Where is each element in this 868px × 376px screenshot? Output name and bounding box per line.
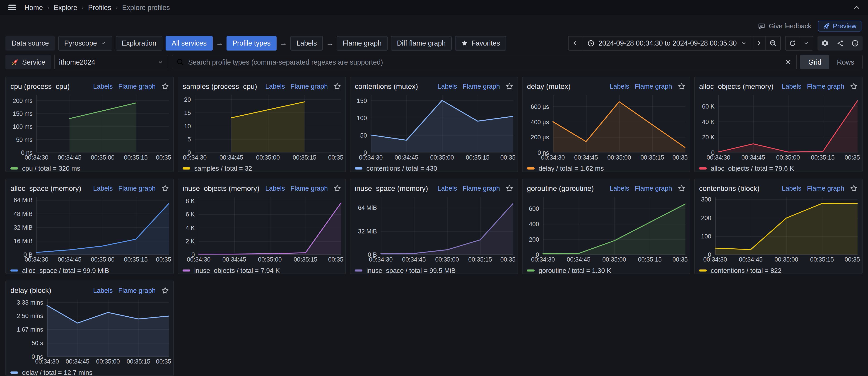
legend-item[interactable]: inuse_objects / total = 7.94 K <box>183 266 341 274</box>
legend-item[interactable]: contentions / total = 430 <box>355 164 513 172</box>
x-axis: 00:34:3000:34:4500:35:0000:35:1500:35 <box>527 256 685 264</box>
favorite-star-icon[interactable] <box>850 83 858 90</box>
legend-item[interactable]: goroutine / total = 1.30 K <box>527 266 685 274</box>
x-tick-label: 00:34:30 <box>183 154 207 161</box>
toolbar-tab-profile-types[interactable]: Profile types <box>226 36 277 51</box>
y-tick-label: 6 K <box>183 211 195 218</box>
legend-item[interactable]: alloc_objects / total = 79.6 K <box>699 164 858 172</box>
favorite-star-icon[interactable] <box>334 83 341 90</box>
legend-item[interactable]: contentions / total = 822 <box>699 266 858 274</box>
view-toggle-grid[interactable]: Grid <box>801 55 829 69</box>
chart-area[interactable]: 60 K40 K20 K0 <box>699 95 858 153</box>
toolbar-tab-labels[interactable]: Labels <box>290 36 323 51</box>
flame-graph-link[interactable]: Flame graph <box>635 184 672 192</box>
chart-area[interactable]: 200 ms150 ms100 ms50 ms0 ns <box>10 95 169 153</box>
toolbar-tab-exploration[interactable]: Exploration <box>116 36 162 51</box>
labels-link[interactable]: Labels <box>437 83 457 90</box>
flame-graph-link[interactable]: Flame graph <box>118 184 156 192</box>
favorites-button[interactable]: Favorites <box>455 36 506 51</box>
time-picker-group: 2024-09-28 00:34:30 to 2024-09-28 00:35:… <box>568 36 781 51</box>
flame-graph-link[interactable]: Flame graph <box>118 83 156 90</box>
give-feedback-label: Give feedback <box>769 22 811 30</box>
toolbar-tab-all-services[interactable]: All services <box>165 36 213 51</box>
chart-area[interactable]: 20151050 <box>183 95 341 153</box>
labels-link[interactable]: Labels <box>610 184 629 192</box>
service-select[interactable]: ithome2024 <box>54 55 168 69</box>
labels-link[interactable]: Labels <box>93 287 113 294</box>
favorite-star-icon[interactable] <box>505 184 513 192</box>
favorite-star-icon[interactable] <box>161 287 169 294</box>
legend-item[interactable]: inuse_space / total = 99.5 MiB <box>355 266 513 274</box>
y-tick-label: 64 MiB <box>10 197 33 204</box>
labels-link[interactable]: Labels <box>265 83 285 90</box>
flame-graph-link[interactable]: Flame graph <box>635 83 672 90</box>
favorite-star-icon[interactable] <box>505 83 513 90</box>
panels-grid: cpu (process_cpu) Labels Flame graph 200… <box>0 69 868 376</box>
preview-badge[interactable]: Preview <box>818 21 862 31</box>
zoom-out-button[interactable] <box>766 36 780 50</box>
legend-item[interactable]: cpu / total = 320 ms <box>10 164 169 172</box>
x-tick-label: 00:34:45 <box>739 256 763 263</box>
data-source-select[interactable]: Pyroscope <box>58 36 112 51</box>
breadcrumb-separator: › <box>82 4 84 11</box>
labels-link[interactable]: Labels <box>93 83 113 90</box>
favorite-star-icon[interactable] <box>678 184 685 192</box>
labels-link[interactable]: Labels <box>782 184 801 192</box>
labels-link[interactable]: Labels <box>437 184 457 192</box>
labels-link[interactable]: Labels <box>93 184 113 192</box>
chart-area[interactable]: 8 K6 K4 K2 K0 <box>183 197 341 255</box>
legend-item[interactable]: samples / total = 32 <box>183 164 341 172</box>
time-shift-back-button[interactable] <box>568 36 582 50</box>
flame-graph-link[interactable]: Flame graph <box>290 83 328 90</box>
info-button[interactable] <box>847 36 862 51</box>
labels-link[interactable]: Labels <box>782 83 801 90</box>
preview-label: Preview <box>833 22 857 30</box>
breadcrumb-item[interactable]: Home <box>25 4 43 11</box>
legend-item[interactable]: delay / total = 12.7 mins <box>10 368 169 376</box>
time-range-picker[interactable]: 2024-09-28 00:34:30 to 2024-09-28 00:35:… <box>582 36 752 50</box>
chart-area[interactable]: 64 MiB32 MiB0 B <box>355 197 513 255</box>
x-tick-label: 00:35:00 <box>258 256 282 263</box>
flame-graph-link[interactable]: Flame graph <box>118 287 156 294</box>
time-shift-forward-button[interactable] <box>752 36 766 50</box>
favorite-star-icon[interactable] <box>850 184 858 192</box>
flame-graph-link[interactable]: Flame graph <box>463 83 500 90</box>
flame-graph-link[interactable]: Flame graph <box>290 184 328 192</box>
x-axis: 00:34:3000:34:4500:35:0000:35:1500:35 <box>699 256 858 264</box>
chart-area[interactable]: 150100500 <box>355 95 513 153</box>
favorite-star-icon[interactable] <box>678 83 685 90</box>
toolbar-tab-diff-flame-graph[interactable]: Diff flame graph <box>391 36 452 51</box>
labels-link[interactable]: Labels <box>265 184 285 192</box>
labels-link[interactable]: Labels <box>610 83 629 90</box>
share-button[interactable] <box>832 36 847 51</box>
chart-area[interactable]: 3002001000 <box>699 197 858 255</box>
rocket-icon <box>11 58 19 66</box>
chart-area[interactable]: 600 µs400 µs200 µs0 ns <box>527 95 685 153</box>
view-toggle-rows[interactable]: Rows <box>829 55 862 69</box>
settings-button[interactable] <box>817 36 832 51</box>
chart-area[interactable]: 6004002000 <box>527 197 685 255</box>
legend-item[interactable]: alloc_space / total = 99.9 MiB <box>10 266 169 274</box>
favorite-star-icon[interactable] <box>161 83 169 90</box>
chevron-up-icon[interactable] <box>853 4 860 11</box>
favorite-star-icon[interactable] <box>334 184 341 192</box>
panel-goroutine-goroutine-: goroutine (goroutine) Labels Flame graph… <box>522 179 690 274</box>
flame-graph-link[interactable]: Flame graph <box>807 184 844 192</box>
toolbar-tab-flame-graph[interactable]: Flame graph <box>337 36 388 51</box>
app-root: Home›Explore›Profiles›Explore profiles G… <box>0 0 868 376</box>
flame-graph-link[interactable]: Flame graph <box>807 83 844 90</box>
favorite-star-icon[interactable] <box>161 184 169 192</box>
chart-area[interactable]: 3.33 mins2.50 mins1.67 mins50 s0 ns <box>10 299 169 357</box>
clear-search-icon[interactable] <box>785 58 792 66</box>
refresh-interval-dropdown[interactable] <box>800 36 813 50</box>
chart-area[interactable]: 64 MiB48 MiB32 MiB16 MiB0 B <box>10 197 169 255</box>
give-feedback-link[interactable]: Give feedback <box>758 22 811 30</box>
menu-icon[interactable] <box>8 3 17 12</box>
profile-search-input[interactable] <box>188 58 781 66</box>
service-filter-row: Service ithome2024 Grid Rows <box>0 51 868 69</box>
breadcrumb-item[interactable]: Profiles <box>88 4 111 11</box>
flame-graph-link[interactable]: Flame graph <box>463 184 500 192</box>
breadcrumb-item[interactable]: Explore <box>54 4 77 11</box>
legend-item[interactable]: delay / total = 1.62 ms <box>527 164 685 172</box>
refresh-button[interactable] <box>785 36 800 50</box>
